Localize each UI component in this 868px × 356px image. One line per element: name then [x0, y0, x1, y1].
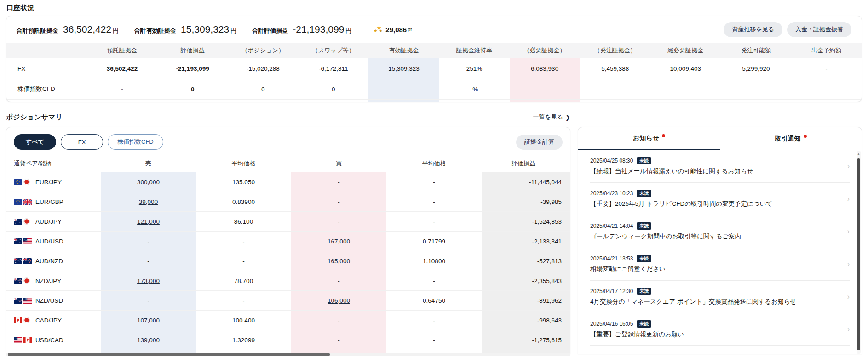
pl-cell: -891,962 [482, 291, 570, 310]
main-area: ポジションサマリ 一覧を見る ❯ すべて FX 株価指数CFD 証拠金計算 通貨… [0, 102, 868, 354]
margin-calc-button[interactable]: 証拠金計算 [516, 135, 563, 150]
position-quantity-link[interactable]: 167,000 [328, 238, 350, 245]
table-row: NZD/JPY173,00078.700---2,355,843 [6, 271, 570, 290]
pair-flags [14, 317, 32, 323]
points-link[interactable]: ★ ★ ★ 29,086 pt [374, 25, 412, 34]
notice-title: 【重要】ご登録情報更新のお願い [590, 330, 843, 339]
tab-trade-alerts[interactable]: 取引通知 [720, 127, 862, 150]
notice-datetime: 2025/04/16 16:05 [590, 321, 633, 327]
notice-title: 4月交換分の「マネースクエア ポイント」交換賞品発送に関するお知らせ [590, 298, 843, 306]
sell-quantity-cell: 107,000 [101, 311, 196, 330]
account-cell: - [368, 79, 439, 99]
summary-unit: 円 [113, 27, 119, 35]
table-row: FX36,502,422-21,193,099-15,020,288-6,172… [6, 58, 862, 79]
jp-flag-icon [23, 317, 30, 323]
account-column-header: 発注可能額 [721, 43, 791, 58]
account-summary: 合計預託証拠金36,502,422円合計有効証拠金15,309,323円合計評価… [6, 16, 862, 43]
position-quantity-link[interactable]: 39,000 [139, 198, 158, 205]
account-cell: 15,309,323 [368, 58, 439, 79]
notifications-column: お知らせ 取引通知 2025/04/25 08:30未読【続報】当社メール情報漏… [578, 110, 862, 354]
positions-title: ポジションサマリ [6, 113, 63, 122]
vertical-scrollbar[interactable]: ▲ [857, 151, 861, 354]
account-cell: - [580, 79, 650, 99]
sell-avg-price-cell: 1.32099 [196, 330, 291, 350]
notice-datetime: 2025/04/17 12:30 [590, 288, 633, 294]
account-cell: 5,299,920 [721, 58, 791, 79]
pair-cell: CAD/JPY [6, 317, 101, 324]
account-cell: 0 [298, 79, 368, 99]
pl-cell: -1,275,615 [482, 330, 570, 350]
position-column-header: 平均価格 [386, 155, 482, 172]
account-column-header: 出金予約額 [791, 43, 862, 58]
tab-all[interactable]: すべて [14, 134, 56, 150]
pair-name: NZD/USD [35, 297, 63, 304]
list-item[interactable]: 2025/04/25 08:30未読【続報】当社メール情報漏えいの可能性に関する… [590, 150, 850, 183]
buy-quantity-cell: - [291, 192, 386, 211]
notice-meta: 2025/04/21 14:04未読 [590, 222, 843, 230]
ca-flag-icon [14, 317, 22, 323]
account-table-body: FX36,502,422-21,193,099-15,020,288-6,172… [6, 58, 862, 102]
horizontal-scrollbar[interactable] [6, 353, 570, 356]
pair-cell: AUD/NZD [6, 258, 101, 265]
sell-avg-price-cell: - [196, 291, 291, 310]
position-quantity-link[interactable]: 300,000 [137, 179, 160, 186]
jp-flag-icon [23, 179, 30, 185]
position-quantity-link[interactable]: 106,000 [328, 297, 350, 304]
points-unit: pt [408, 27, 412, 32]
account-column-header: 評価損益 [157, 43, 228, 58]
list-item[interactable]: 2025/04/21 13:53未読相場変動にご留意ください› [590, 248, 850, 281]
vertical-scrollbar-thumb[interactable] [857, 158, 860, 350]
list-item[interactable]: 2025/04/17 12:30未読4月交換分の「マネースクエア ポイント」交換… [590, 281, 850, 313]
list-item[interactable]: 2025/04/16 16:05未読【重要】ご登録情報更新のお願い› [590, 313, 850, 346]
tab-notices[interactable]: お知らせ [578, 127, 720, 150]
notice-title: ゴールデンウィーク期間中のお取引等に関するご案内 [590, 232, 843, 241]
position-quantity-link[interactable]: 121,000 [137, 218, 160, 225]
account-row-label: FX [6, 65, 87, 72]
empty-value: - [147, 258, 149, 265]
account-column-header: （必要証拠金） [510, 43, 580, 58]
pl-cell: -39,985 [482, 192, 570, 211]
position-quantity-link[interactable]: 165,000 [328, 258, 350, 265]
pair-name: NZD/JPY [35, 277, 61, 284]
summary-label: 合計預託証拠金 [17, 27, 58, 35]
buy-avg-price-cell: - [386, 172, 482, 192]
summary-value: -21,193,099 [293, 24, 344, 35]
pair-name: USD/CAD [35, 337, 63, 344]
table-row: EUR/GBP39,0000.83900---39,985 [6, 192, 570, 211]
pair-cell: USD/CAD [6, 337, 101, 344]
unread-badge: 未読 [637, 288, 651, 295]
position-quantity-link[interactable]: 139,000 [137, 337, 160, 344]
sell-quantity-cell: - [101, 291, 196, 310]
position-column-header: 通貨ペア/銘柄 [6, 159, 101, 168]
account-cell: -15,020,288 [228, 58, 298, 79]
pl-cell: -1,524,853 [482, 212, 570, 231]
list-item[interactable]: 2025/04/21 14:04未読ゴールデンウィーク期間中のお取引等に関するご… [590, 215, 850, 248]
deposit-transfer-button[interactable]: 入金・証拠金振替 [787, 22, 851, 37]
sell-avg-price-cell: - [196, 232, 291, 251]
notice-meta: 2025/04/21 13:53未読 [590, 255, 843, 262]
tab-fx[interactable]: FX [61, 134, 103, 150]
account-cell: 36,502,422 [87, 58, 157, 79]
asset-history-button[interactable]: 資産推移を見る [724, 22, 782, 37]
empty-value: - [338, 198, 340, 205]
account-cell: - [87, 79, 157, 99]
scroll-up-arrow-icon[interactable]: ▲ [857, 151, 861, 158]
points-value[interactable]: 29,086 [385, 26, 407, 34]
list-item[interactable]: 2025/04/23 10:23未読【重要】2025年5月 トラリピCFDの取引… [590, 183, 850, 215]
table-row: USD/CAD139,0001.32099---1,275,615 [6, 330, 570, 350]
sell-avg-price-cell: 86.100 [196, 212, 291, 231]
position-quantity-link[interactable]: 173,000 [137, 277, 160, 284]
tab-stock-index-cfd[interactable]: 株価指数CFD [108, 134, 163, 150]
chevron-right-icon: › [847, 260, 850, 268]
account-cell: - [791, 58, 862, 79]
summary-item: 合計預託証拠金36,502,422円 [17, 24, 119, 35]
position-quantity-link[interactable]: 107,000 [137, 317, 160, 324]
buy-quantity-cell: 165,000 [291, 251, 386, 271]
view-all-link[interactable]: 一覧を見る ❯ [533, 113, 570, 121]
horizontal-scrollbar-thumb[interactable] [8, 353, 330, 356]
unread-badge: 未読 [637, 190, 651, 197]
pair-cell: NZD/USD [6, 297, 101, 304]
notifications-card: お知らせ 取引通知 2025/04/25 08:30未読【続報】当社メール情報漏… [578, 127, 862, 354]
pair-flags [14, 337, 32, 343]
chevron-right-icon: › [847, 325, 850, 333]
